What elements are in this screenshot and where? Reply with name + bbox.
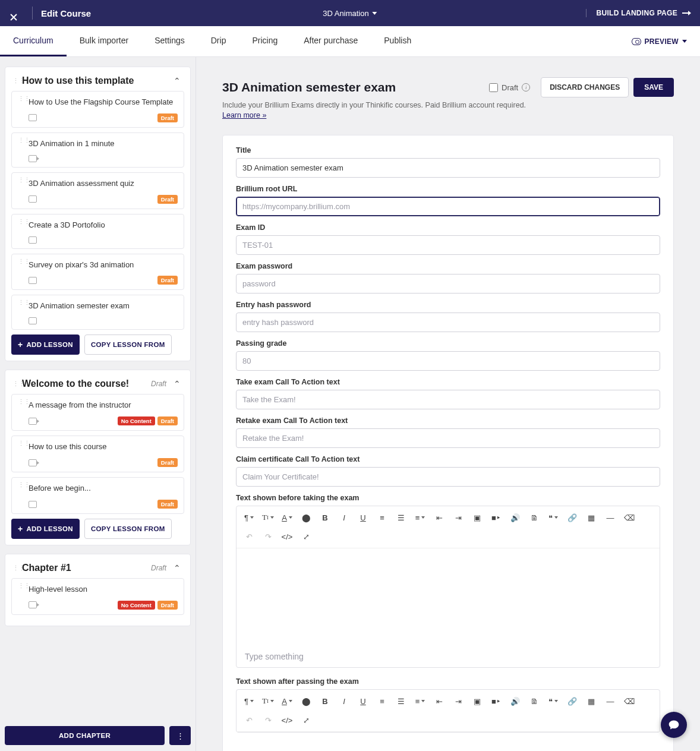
link-button[interactable]: 🔗 [563, 693, 581, 709]
add-lesson-button[interactable]: +ADD LESSON [11, 335, 80, 355]
undo-button[interactable]: ↶ [240, 712, 258, 728]
redo-button[interactable]: ↷ [259, 712, 277, 728]
tab-curriculum[interactable]: Curriculum [0, 26, 67, 56]
drag-handle-icon[interactable]: ⋮⋮ [18, 260, 24, 285]
fullscreen-button[interactable]: ⤢ [297, 712, 315, 728]
image-button[interactable]: ▣ [468, 693, 486, 709]
draft-checkbox-input[interactable] [489, 83, 498, 92]
undo-button[interactable]: ↶ [240, 529, 258, 544]
info-icon[interactable]: i [522, 83, 530, 91]
tab-bulk-importer[interactable]: Bulk importer [67, 26, 141, 56]
course-selector[interactable]: 3D Animation [323, 9, 377, 18]
root-url-input[interactable] [236, 197, 660, 216]
take-cta-input[interactable] [236, 390, 660, 409]
preview-button[interactable]: PREVIEW [623, 26, 695, 56]
lesson-item[interactable]: ⋮⋮ Before we begin... Draft [11, 477, 184, 514]
table-button[interactable]: ▦ [582, 693, 600, 709]
save-button[interactable]: SAVE [633, 78, 674, 97]
audio-button[interactable]: 🔊 [506, 693, 524, 709]
chevron-up-icon[interactable]: ⌃ [174, 76, 181, 86]
fullscreen-button[interactable]: ⤢ [297, 529, 315, 544]
curriculum-sidebar[interactable]: ⋮⋮ How to use this template ⌃ ⋮⋮ How to … [0, 57, 196, 751]
drag-handle-icon[interactable]: ⋮⋮ [12, 567, 18, 569]
drag-handle-icon[interactable]: ⋮⋮ [18, 301, 24, 324]
lesson-item[interactable]: ⋮⋮ High-level lesson No Content Draft [11, 578, 184, 615]
bold-button[interactable]: B [316, 510, 334, 525]
video-button[interactable]: ■‣ [487, 693, 505, 709]
tab-drip[interactable]: Drip [198, 26, 239, 56]
code-view-button[interactable]: </> [278, 712, 296, 728]
quote-button[interactable]: ❝ [544, 510, 562, 525]
tab-pricing[interactable]: Pricing [239, 26, 291, 56]
align-button[interactable]: ≡ [411, 693, 429, 709]
italic-button[interactable]: I [335, 693, 353, 709]
tab-settings[interactable]: Settings [141, 26, 198, 56]
entry-hash-input[interactable] [236, 313, 660, 332]
code-view-button[interactable]: </> [278, 529, 296, 544]
font-size-button[interactable]: TI [259, 693, 277, 709]
build-landing-button[interactable]: BUILD LANDING PAGE [586, 9, 690, 17]
font-color-button[interactable]: A [278, 693, 296, 709]
main-panel[interactable]: 3D Animation semester exam Draft i DISCA… [196, 57, 700, 751]
lesson-item[interactable]: ⋮⋮ Create a 3D Portofolio [11, 214, 184, 249]
lesson-item[interactable]: ⋮⋮ 3D Animation assessment quiz Draft [11, 172, 184, 209]
lesson-item[interactable]: ⋮⋮ Survey on pixar's 3d animation Draft [11, 254, 184, 291]
drag-handle-icon[interactable]: ⋮⋮ [18, 97, 24, 122]
chevron-up-icon[interactable]: ⌃ [174, 563, 181, 573]
align-button[interactable]: ≡ [411, 510, 429, 525]
lesson-item[interactable]: ⋮⋮ How to use this course Draft [11, 436, 184, 472]
title-input[interactable] [236, 158, 660, 178]
unordered-list-button[interactable]: ☰ [392, 510, 410, 525]
ordered-list-button[interactable]: ≡ [373, 693, 391, 709]
exam-password-input[interactable] [236, 274, 660, 294]
copy-lesson-button[interactable]: COPY LESSON FROM [84, 335, 172, 355]
chat-widget-button[interactable] [661, 712, 687, 738]
font-color-button[interactable]: A [278, 510, 296, 525]
drag-handle-icon[interactable]: ⋮⋮ [18, 139, 24, 162]
drag-handle-icon[interactable]: ⋮⋮ [18, 179, 24, 204]
discard-button[interactable]: DISCARD CHANGES [541, 77, 629, 97]
italic-button[interactable]: I [335, 510, 353, 525]
lesson-item[interactable]: ⋮⋮ 3D Animation in 1 minute [11, 132, 184, 168]
droplet-icon[interactable]: ⬤ [297, 693, 315, 709]
audio-button[interactable]: 🔊 [506, 510, 524, 525]
chapter-header[interactable]: ⋮⋮ How to use this template ⌃ [11, 73, 184, 91]
video-button[interactable]: ■‣ [487, 510, 505, 525]
paragraph-format-button[interactable]: ¶ [240, 693, 258, 709]
passing-grade-input[interactable] [236, 351, 660, 371]
add-lesson-button[interactable]: +ADD LESSON [11, 519, 80, 539]
drag-handle-icon[interactable]: ⋮⋮ [18, 220, 24, 244]
indent-button[interactable]: ⇥ [449, 510, 467, 525]
drag-handle-icon[interactable]: ⋮⋮ [18, 585, 24, 610]
clear-format-button[interactable]: ⌫ [620, 510, 638, 525]
table-button[interactable]: ▦ [582, 510, 600, 525]
droplet-icon[interactable]: ⬤ [297, 510, 315, 525]
unordered-list-button[interactable]: ☰ [392, 693, 410, 709]
quote-button[interactable]: ❝ [544, 693, 562, 709]
drag-handle-icon[interactable]: ⋮⋮ [18, 484, 24, 509]
hr-button[interactable]: — [601, 510, 619, 525]
drag-handle-icon[interactable]: ⋮⋮ [18, 400, 24, 425]
rte-editor-area[interactable]: Type something [237, 548, 660, 667]
font-size-button[interactable]: TI [259, 510, 277, 525]
tab-after-purchase[interactable]: After purchase [291, 26, 371, 56]
file-button[interactable]: 🗎 [525, 510, 543, 525]
chapter-header[interactable]: ⋮⋮ Chapter #1 Draft ⌃ [11, 560, 184, 578]
drag-handle-icon[interactable]: ⋮⋮ [12, 383, 18, 385]
exam-id-input[interactable] [236, 235, 660, 255]
retake-cta-input[interactable] [236, 428, 660, 448]
lesson-item[interactable]: ⋮⋮ How to Use the Flagship Course Templa… [11, 91, 184, 128]
chevron-up-icon[interactable]: ⌃ [174, 379, 181, 389]
file-button[interactable]: 🗎 [525, 693, 543, 709]
underline-button[interactable]: U [354, 510, 372, 525]
drag-handle-icon[interactable]: ⋮⋮ [18, 442, 24, 467]
draft-checkbox[interactable]: Draft i [489, 83, 530, 92]
claim-cta-input[interactable] [236, 467, 660, 487]
link-button[interactable]: 🔗 [563, 510, 581, 525]
add-chapter-button[interactable]: ADD CHAPTER [5, 726, 165, 745]
hr-button[interactable]: — [601, 693, 619, 709]
underline-button[interactable]: U [354, 693, 372, 709]
clear-format-button[interactable]: ⌫ [620, 693, 638, 709]
copy-lesson-button[interactable]: COPY LESSON FROM [84, 519, 172, 539]
lesson-item[interactable]: ⋮⋮ 3D Animation semester exam [11, 295, 184, 330]
